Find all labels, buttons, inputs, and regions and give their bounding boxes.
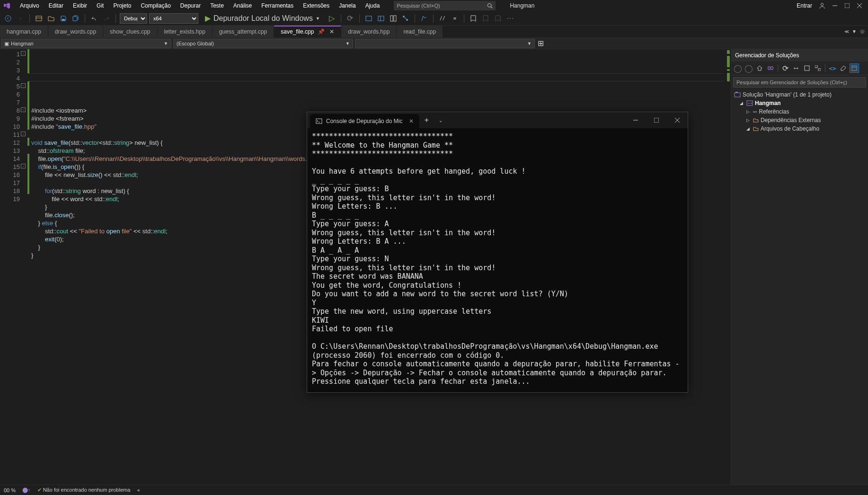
tab-dropdown-icon[interactable]: ▼: [852, 29, 857, 34]
header-files-node[interactable]: ◢ Arquivos de Cabeçalho: [733, 124, 866, 133]
new-project-icon[interactable]: [34, 13, 44, 24]
menu-extensoes[interactable]: Extensões: [298, 2, 334, 9]
solution-node[interactable]: Solução 'Hangman' (1 de 1 projeto): [733, 90, 866, 99]
close-tab-icon[interactable]: ✕: [329, 28, 334, 35]
tab-save-file[interactable]: save_file.cpp 📌 ✕: [274, 26, 341, 37]
expand-icon[interactable]: ◢: [740, 101, 744, 106]
comment-icon[interactable]: //: [437, 13, 448, 24]
window-close-icon[interactable]: [667, 112, 688, 128]
solution-search[interactable]: Pesquisar em Gerenciador de Soluções (Ct…: [733, 77, 866, 88]
start-debug-button[interactable]: ▶ Depurador Local do Windows ▼: [200, 13, 325, 24]
sol-sync-icon[interactable]: ⟳: [780, 63, 790, 73]
config-select[interactable]: Debug: [120, 13, 147, 24]
menu-depurar[interactable]: Depurar: [176, 2, 205, 9]
toolbar-icon[interactable]: [419, 13, 429, 24]
bookmark-prev-icon[interactable]: [480, 13, 491, 24]
scope-solution-combo[interactable]: ▣Hangman ▼: [1, 39, 171, 48]
forward-button[interactable]: [15, 13, 26, 24]
close-tab-icon[interactable]: ✕: [409, 118, 414, 124]
platform-select[interactable]: x64: [149, 13, 198, 24]
expand-icon[interactable]: ▷: [746, 109, 751, 114]
toolbar-icon[interactable]: [400, 13, 411, 24]
menu-analise[interactable]: Análise: [229, 2, 257, 9]
bookmark-next-icon[interactable]: [493, 13, 503, 24]
svg-rect-28: [735, 92, 738, 93]
window-maximize-icon[interactable]: [646, 112, 667, 128]
tab-draw-words-hpp[interactable]: draw_words.hpp: [341, 26, 397, 37]
tab-draw-words-cpp[interactable]: draw_words.cpp: [48, 26, 103, 37]
bookmark-icon[interactable]: [468, 13, 478, 24]
menu-ajuda[interactable]: Ajuda: [361, 2, 385, 9]
sol-back-icon[interactable]: ◯: [733, 63, 743, 73]
menu-editar[interactable]: Editar: [44, 2, 68, 9]
split-editor-icon[interactable]: ⊞: [536, 38, 545, 49]
tab-show-clues[interactable]: show_clues.cpp: [103, 26, 157, 37]
toolbar-icon[interactable]: [388, 13, 399, 24]
signin-avatar-icon[interactable]: [819, 2, 825, 9]
svg-rect-12: [378, 16, 384, 21]
expand-icon[interactable]: ▷: [746, 118, 751, 123]
menu-compilacao[interactable]: Compilação: [136, 2, 175, 9]
solution-search-placeholder: Pesquisar em Gerenciador de Soluções (Ct…: [736, 80, 847, 85]
window-close-icon[interactable]: [857, 3, 862, 9]
references-node[interactable]: ▷ ▫▫ Referências: [733, 107, 866, 116]
start-without-debug-icon[interactable]: ▷: [327, 13, 337, 24]
terminal-output[interactable]: ********************************* ** Wel…: [307, 128, 688, 392]
project-node[interactable]: ◢ ++ Hangman: [733, 99, 866, 107]
back-button[interactable]: [3, 13, 13, 24]
tab-guess-attempt[interactable]: guess_attempt.cpp: [213, 26, 274, 37]
svg-rect-21: [771, 67, 773, 70]
window-minimize-icon[interactable]: [832, 3, 838, 9]
sol-fwd-icon[interactable]: ◯: [744, 63, 753, 73]
document-tabs: hangman.cpp draw_words.cpp show_clues.cp…: [0, 26, 868, 38]
sol-code-icon[interactable]: <>: [828, 63, 837, 73]
svg-rect-22: [805, 66, 809, 71]
tab-hangman[interactable]: hangman.cpp: [0, 26, 48, 37]
triangle-left-icon[interactable]: ◂: [137, 487, 140, 493]
save-icon[interactable]: [58, 13, 69, 24]
redo-icon[interactable]: [101, 13, 112, 24]
terminal-tab[interactable]: Console de Depuração do Mic ✕: [310, 114, 419, 128]
toolbar-icon[interactable]: [376, 13, 386, 24]
tab-settings-icon[interactable]: [859, 29, 865, 35]
new-tab-button[interactable]: +: [419, 112, 434, 128]
scrollbar-minimap[interactable]: [724, 49, 731, 485]
menu-janela[interactable]: Janela: [334, 2, 360, 9]
sol-home-icon[interactable]: [755, 63, 764, 73]
open-file-icon[interactable]: [46, 13, 56, 24]
menu-arquivo[interactable]: Arquivo: [15, 2, 44, 9]
scope-global-combo[interactable]: (Escopo Global) ▼: [173, 39, 353, 48]
save-all-icon[interactable]: [71, 13, 81, 24]
menu-teste[interactable]: Teste: [205, 2, 229, 9]
output-indicator-icon[interactable]: ⬤↑: [22, 487, 31, 493]
sol-showall-icon[interactable]: [802, 63, 812, 73]
expand-icon[interactable]: ◢: [746, 126, 751, 131]
tab-menu-icon[interactable]: ⌄: [434, 112, 448, 128]
scope-member-combo[interactable]: ▼: [355, 39, 535, 48]
menu-git[interactable]: Git: [92, 2, 108, 9]
toolbar-icon[interactable]: [363, 13, 374, 24]
pin-icon[interactable]: 📌: [318, 28, 325, 35]
sol-refresh-icon[interactable]: ↔: [791, 63, 801, 73]
global-search[interactable]: Pesquisar (Ctrl+Q): [394, 1, 496, 10]
toolbar-icon[interactable]: ⋯: [505, 13, 515, 24]
sol-collapse-icon[interactable]: [813, 63, 823, 73]
tab-letter-exists[interactable]: letter_exists.hpp: [158, 26, 213, 37]
issues-status[interactable]: ✔ Não foi encontrado nenhum problema: [37, 487, 131, 493]
tab-read-file[interactable]: read_file.cpp: [397, 26, 443, 37]
menu-projeto[interactable]: Projeto: [108, 2, 136, 9]
toolbar-icon[interactable]: ⟳: [345, 13, 355, 24]
sol-switch-icon[interactable]: [766, 63, 775, 73]
undo-icon[interactable]: [89, 13, 99, 24]
window-minimize-icon[interactable]: [625, 112, 646, 128]
sol-preview-icon[interactable]: [850, 63, 859, 73]
menu-exibir[interactable]: Exibir: [68, 2, 92, 9]
zoom-level[interactable]: 00 %: [4, 487, 16, 493]
menu-ferramentas[interactable]: Ferramentas: [257, 2, 298, 9]
signin-link[interactable]: Entrar: [797, 2, 812, 9]
uncomment-icon[interactable]: ≡: [450, 13, 460, 24]
sol-props-icon[interactable]: [839, 63, 848, 73]
tab-scroll-left-icon[interactable]: ≪: [844, 29, 849, 34]
external-deps-node[interactable]: ▷ Dependências Externas: [733, 116, 866, 124]
window-maximize-icon[interactable]: [844, 3, 850, 9]
